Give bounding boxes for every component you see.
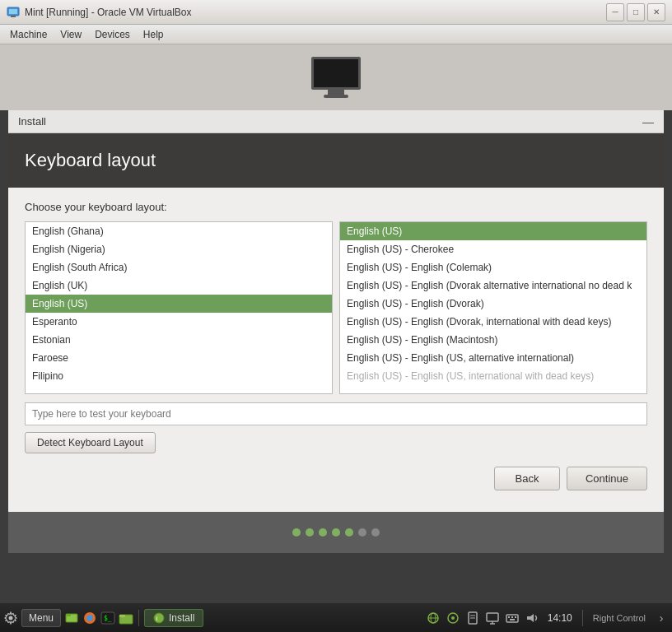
progress-dot-0 bbox=[292, 528, 301, 537]
right-list-item[interactable]: English (US) - English (Dvorak) bbox=[340, 295, 646, 313]
svg-marker-30 bbox=[527, 614, 534, 622]
progress-dot-3 bbox=[332, 528, 340, 537]
svg-point-7 bbox=[86, 615, 93, 621]
menu-devices[interactable]: Devices bbox=[88, 27, 137, 42]
taskbar-separator bbox=[138, 610, 139, 626]
progress-dot-1 bbox=[306, 528, 314, 537]
install-icon: i bbox=[153, 612, 165, 624]
taskbar-clipboard-icon[interactable] bbox=[465, 611, 480, 625]
taskbar-menu-label: Menu bbox=[29, 612, 54, 624]
install-minimize-button[interactable]: — bbox=[642, 116, 654, 128]
svg-rect-28 bbox=[515, 616, 516, 618]
taskbar-keyboard-icon[interactable] bbox=[505, 611, 520, 625]
svg-rect-11 bbox=[119, 615, 125, 617]
list-item[interactable]: Esperanto bbox=[26, 313, 332, 331]
svg-rect-22 bbox=[487, 613, 498, 621]
svg-rect-26 bbox=[508, 616, 510, 618]
menu-help[interactable]: Help bbox=[137, 27, 170, 42]
taskbar-install-button[interactable]: i Install bbox=[144, 609, 203, 627]
taskbar-menu-button[interactable]: Menu bbox=[21, 609, 61, 627]
progress-dot-4 bbox=[345, 528, 353, 537]
right-list-item[interactable]: English (US) - English (Dvorak alternati… bbox=[340, 276, 646, 295]
progress-dots bbox=[8, 512, 664, 553]
list-item[interactable]: English (UK) bbox=[26, 276, 332, 295]
right-list-item[interactable]: English (US) - English (US, alternative … bbox=[340, 349, 646, 367]
taskbar-display-icon[interactable] bbox=[485, 611, 500, 625]
svg-rect-5 bbox=[66, 614, 71, 616]
svg-text:$_: $_ bbox=[104, 615, 112, 622]
list-item[interactable]: English (Nigeria) bbox=[26, 240, 332, 258]
monitor-base bbox=[324, 95, 348, 98]
titlebar: Mint [Running] - Oracle VM VirtualBox ─ … bbox=[0, 0, 672, 25]
taskbar-network-icon-1[interactable] bbox=[426, 611, 441, 625]
svg-rect-1 bbox=[9, 9, 17, 14]
taskbar-network-icon-2[interactable] bbox=[446, 611, 460, 625]
list-item-selected[interactable]: English (US) bbox=[26, 295, 332, 313]
menu-machine[interactable]: Machine bbox=[3, 27, 54, 42]
progress-dot-5 bbox=[358, 528, 366, 537]
vm-display bbox=[0, 44, 672, 110]
svg-rect-29 bbox=[510, 619, 515, 620]
right-list-item[interactable]: English (US) - English (US, internationa… bbox=[340, 367, 646, 385]
install-title: Install bbox=[18, 115, 46, 128]
main-content: Choose your keyboard layout: English (Gh… bbox=[8, 188, 664, 512]
taskbar-firefox-icon[interactable] bbox=[82, 611, 97, 625]
taskbar-files-icon[interactable] bbox=[64, 611, 79, 625]
left-list[interactable]: English (Ghana) English (Nigeria) Englis… bbox=[25, 221, 333, 394]
nav-buttons: Back Continue bbox=[25, 467, 647, 499]
list-item[interactable]: English (South Africa) bbox=[26, 258, 332, 276]
menu-view[interactable]: View bbox=[54, 27, 88, 42]
progress-dot-6 bbox=[371, 528, 380, 537]
lists-container: English (Ghana) English (Nigeria) Englis… bbox=[25, 221, 647, 394]
right-list-item-selected[interactable]: English (US) bbox=[340, 222, 646, 240]
detect-button-container: Detect Keyboard Layout bbox=[25, 432, 647, 453]
taskbar-right: 14:10 Right Control › bbox=[426, 610, 669, 626]
restore-button[interactable]: □ bbox=[627, 3, 645, 21]
choose-label: Choose your keyboard layout: bbox=[25, 201, 647, 213]
monitor-screen bbox=[311, 57, 361, 90]
taskbar-time: 14:10 bbox=[544, 612, 576, 624]
detect-keyboard-button[interactable]: Detect Keyboard Layout bbox=[25, 432, 156, 453]
continue-button[interactable]: Continue bbox=[567, 467, 647, 490]
install-header: Install — bbox=[8, 110, 664, 133]
install-task-label: Install bbox=[169, 612, 194, 624]
page-header: Keyboard layout bbox=[8, 133, 664, 188]
taskbar-more-icon[interactable]: › bbox=[654, 611, 669, 625]
progress-dot-2 bbox=[319, 528, 327, 537]
install-content: Keyboard layout Choose your keyboard lay… bbox=[8, 133, 664, 512]
right-list[interactable]: English (US) English (US) - Cherokee Eng… bbox=[339, 221, 647, 394]
svg-point-18 bbox=[451, 616, 455, 620]
taskbar: Menu $_ i Install bbox=[0, 603, 672, 632]
page-title: Keyboard layout bbox=[25, 150, 647, 171]
taskbar-folder-icon[interactable] bbox=[119, 611, 133, 625]
taskbar-right-separator bbox=[582, 610, 583, 626]
svg-rect-2 bbox=[11, 16, 16, 17]
virtualbox-icon bbox=[7, 6, 20, 19]
back-button[interactable]: Back bbox=[494, 467, 560, 490]
right-list-item[interactable]: English (US) - Cherokee bbox=[340, 240, 646, 258]
install-window: Install — Keyboard layout Choose your ke… bbox=[8, 110, 664, 512]
keyboard-test-input[interactable] bbox=[25, 402, 647, 425]
window-title: Mint [Running] - Oracle VM VirtualBox bbox=[25, 7, 606, 18]
taskbar-settings-icon[interactable] bbox=[3, 611, 18, 625]
close-button[interactable]: ✕ bbox=[647, 3, 665, 21]
right-list-item[interactable]: English (US) - English (Dvorak, internat… bbox=[340, 313, 646, 331]
minimize-button[interactable]: ─ bbox=[606, 3, 624, 21]
list-item[interactable]: English (Ghana) bbox=[26, 222, 332, 240]
taskbar-right-control: Right Control bbox=[590, 613, 649, 623]
svg-text:i: i bbox=[156, 615, 158, 622]
svg-rect-25 bbox=[506, 615, 518, 622]
svg-point-3 bbox=[9, 616, 13, 620]
list-item[interactable]: Faroese bbox=[26, 349, 332, 367]
list-item[interactable]: Estonian bbox=[26, 331, 332, 349]
right-list-item[interactable]: English (US) - English (Macintosh) bbox=[340, 331, 646, 349]
taskbar-volume-icon[interactable] bbox=[525, 611, 539, 625]
monitor-icon bbox=[311, 57, 361, 98]
menubar: Machine View Devices Help bbox=[0, 25, 672, 44]
test-input-container bbox=[25, 402, 647, 425]
svg-rect-27 bbox=[511, 616, 513, 618]
list-item[interactable]: Filipino bbox=[26, 367, 332, 385]
taskbar-terminal-icon[interactable]: $_ bbox=[100, 611, 115, 625]
right-list-item[interactable]: English (US) - English (Colemak) bbox=[340, 258, 646, 276]
